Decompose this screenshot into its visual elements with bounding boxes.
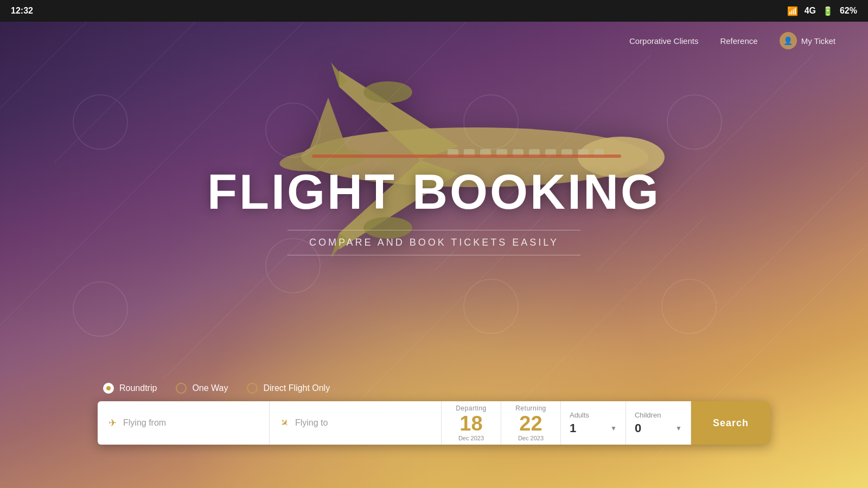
- search-form: ✈ ✈ Departing 18 Dec 2023 Returning 22 D…: [98, 401, 770, 445]
- direct-label: Direct Flight Only: [263, 383, 330, 393]
- flying-to-field[interactable]: ✈: [270, 401, 442, 445]
- trip-type-row: Roundtrip One Way Direct Flight Only: [98, 383, 770, 394]
- plane-arrive-icon: ✈: [277, 416, 291, 430]
- adults-field[interactable]: Adults 1 ▼: [561, 401, 626, 445]
- children-field[interactable]: Children 0 ▼: [626, 401, 691, 445]
- flying-to-input[interactable]: [295, 418, 430, 428]
- direct-radio-button[interactable]: [247, 383, 258, 394]
- returning-day: 22: [519, 413, 542, 434]
- children-label: Children: [635, 411, 682, 419]
- returning-date-field[interactable]: Returning 22 Dec 2023: [501, 401, 561, 445]
- adults-count: 1: [570, 421, 576, 435]
- oneway-label: One Way: [192, 383, 228, 393]
- departing-label: Departing: [456, 404, 487, 412]
- radio-roundtrip[interactable]: Roundtrip: [103, 383, 157, 394]
- roundtrip-radio-button[interactable]: [103, 383, 114, 394]
- hero-title: FLIGHT BOOKING: [207, 168, 661, 216]
- children-dropdown-arrow[interactable]: ▼: [675, 425, 682, 432]
- search-button[interactable]: Search: [691, 401, 770, 445]
- adults-label: Adults: [570, 411, 617, 419]
- plane-depart-icon: ✈: [108, 417, 117, 429]
- battery-label: 62%: [840, 6, 857, 16]
- status-bar: 12:32 📶 4G 🔋 62%: [0, 0, 868, 22]
- departing-date-field[interactable]: Departing 18 Dec 2023: [442, 401, 501, 445]
- returning-label: Returning: [515, 404, 546, 412]
- children-count: 0: [635, 421, 641, 435]
- radio-direct[interactable]: Direct Flight Only: [247, 383, 330, 394]
- radio-oneway[interactable]: One Way: [176, 383, 228, 394]
- departing-day: 18: [459, 413, 482, 434]
- time-display: 12:32: [11, 6, 33, 16]
- adults-value-row: 1 ▼: [570, 421, 617, 435]
- search-panel: Roundtrip One Way Direct Flight Only ✈ ✈…: [98, 383, 770, 445]
- signal-label: 4G: [805, 6, 816, 16]
- adults-dropdown-arrow[interactable]: ▼: [610, 425, 617, 432]
- returning-month: Dec 2023: [518, 435, 544, 441]
- hero-subtitle: COMPARE AND BOOK TICKETS EASILY: [288, 230, 580, 255]
- oneway-radio-button[interactable]: [176, 383, 187, 394]
- departing-month: Dec 2023: [458, 435, 484, 441]
- children-value-row: 0 ▼: [635, 421, 682, 435]
- battery-icon: 🔋: [822, 6, 833, 16]
- wifi-icon: 📶: [787, 6, 798, 16]
- roundtrip-label: Roundtrip: [119, 383, 157, 393]
- flying-from-field[interactable]: ✈: [98, 401, 270, 445]
- status-icons: 📶 4G 🔋 62%: [787, 6, 857, 16]
- flying-from-input[interactable]: [123, 418, 258, 428]
